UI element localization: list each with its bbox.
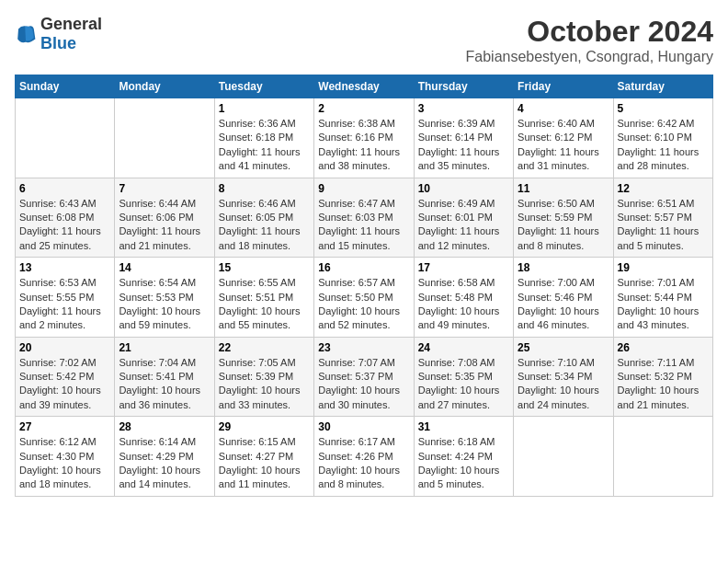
calendar-cell: 6Sunrise: 6:43 AMSunset: 6:08 PMDaylight… <box>16 178 115 258</box>
calendar-cell: 25Sunrise: 7:10 AMSunset: 5:34 PMDayligh… <box>514 337 613 417</box>
day-info: Sunrise: 7:01 AMSunset: 5:44 PMDaylight:… <box>618 276 709 333</box>
day-number: 4 <box>518 102 609 115</box>
calendar-cell <box>613 417 712 497</box>
day-number: 23 <box>318 341 409 354</box>
day-number: 7 <box>119 182 210 195</box>
day-number: 10 <box>418 182 509 195</box>
day-number: 3 <box>418 102 509 115</box>
day-info: Sunrise: 7:00 AMSunset: 5:46 PMDaylight:… <box>518 276 609 333</box>
logo-blue: Blue <box>40 34 76 52</box>
day-info: Sunrise: 6:49 AMSunset: 6:01 PMDaylight:… <box>418 197 509 254</box>
calendar-cell: 21Sunrise: 7:04 AMSunset: 5:41 PMDayligh… <box>115 337 214 417</box>
day-number: 17 <box>418 261 509 274</box>
day-info: Sunrise: 6:17 AMSunset: 4:26 PMDaylight:… <box>318 435 409 492</box>
calendar-cell: 12Sunrise: 6:51 AMSunset: 5:57 PMDayligh… <box>613 178 712 258</box>
day-info: Sunrise: 6:14 AMSunset: 4:29 PMDaylight:… <box>119 435 210 492</box>
day-info: Sunrise: 6:12 AMSunset: 4:30 PMDaylight:… <box>19 435 110 492</box>
calendar-cell: 26Sunrise: 7:11 AMSunset: 5:32 PMDayligh… <box>613 337 712 417</box>
calendar-cell <box>115 98 214 178</box>
day-info: Sunrise: 7:02 AMSunset: 5:42 PMDaylight:… <box>19 356 110 413</box>
calendar-cell: 7Sunrise: 6:44 AMSunset: 6:06 PMDaylight… <box>115 178 214 258</box>
calendar-cell: 9Sunrise: 6:47 AMSunset: 6:03 PMDaylight… <box>314 178 414 258</box>
weekday-header-sunday: Sunday <box>16 75 115 98</box>
day-info: Sunrise: 6:47 AMSunset: 6:03 PMDaylight:… <box>318 197 409 254</box>
location-title: Fabiansebestyen, Csongrad, Hungary <box>466 49 714 65</box>
day-number: 12 <box>618 182 709 195</box>
calendar-table: SundayMondayTuesdayWednesdayThursdayFrid… <box>15 75 713 497</box>
calendar-cell: 17Sunrise: 6:58 AMSunset: 5:48 PMDayligh… <box>414 258 513 338</box>
day-info: Sunrise: 6:15 AMSunset: 4:27 PMDaylight:… <box>219 435 310 492</box>
calendar-cell: 16Sunrise: 6:57 AMSunset: 5:50 PMDayligh… <box>314 258 414 338</box>
day-number: 2 <box>318 102 409 115</box>
calendar-week-5: 27Sunrise: 6:12 AMSunset: 4:30 PMDayligh… <box>16 417 713 497</box>
day-number: 30 <box>318 420 409 433</box>
calendar-cell: 28Sunrise: 6:14 AMSunset: 4:29 PMDayligh… <box>115 417 214 497</box>
day-info: Sunrise: 6:36 AMSunset: 6:18 PMDaylight:… <box>219 117 310 174</box>
day-number: 8 <box>219 182 310 195</box>
logo-text: General Blue <box>40 15 102 53</box>
day-number: 5 <box>618 102 709 115</box>
day-info: Sunrise: 7:07 AMSunset: 5:37 PMDaylight:… <box>318 356 409 413</box>
day-info: Sunrise: 7:11 AMSunset: 5:32 PMDaylight:… <box>618 356 709 413</box>
calendar-week-4: 20Sunrise: 7:02 AMSunset: 5:42 PMDayligh… <box>16 337 713 417</box>
day-info: Sunrise: 6:42 AMSunset: 6:10 PMDaylight:… <box>618 117 709 174</box>
day-number: 27 <box>19 420 110 433</box>
calendar-cell: 1Sunrise: 6:36 AMSunset: 6:18 PMDaylight… <box>214 98 313 178</box>
day-number: 31 <box>418 420 509 433</box>
calendar-cell: 18Sunrise: 7:00 AMSunset: 5:46 PMDayligh… <box>514 258 613 338</box>
calendar-cell: 2Sunrise: 6:38 AMSunset: 6:16 PMDaylight… <box>314 98 414 178</box>
calendar-cell: 19Sunrise: 7:01 AMSunset: 5:44 PMDayligh… <box>613 258 712 338</box>
day-info: Sunrise: 6:46 AMSunset: 6:05 PMDaylight:… <box>219 197 310 254</box>
calendar-cell: 30Sunrise: 6:17 AMSunset: 4:26 PMDayligh… <box>314 417 414 497</box>
day-info: Sunrise: 6:44 AMSunset: 6:06 PMDaylight:… <box>119 197 210 254</box>
day-number: 14 <box>119 261 210 274</box>
weekday-header-thursday: Thursday <box>414 75 513 98</box>
calendar-week-3: 13Sunrise: 6:53 AMSunset: 5:55 PMDayligh… <box>16 258 713 338</box>
logo: General Blue <box>15 15 102 53</box>
day-info: Sunrise: 6:43 AMSunset: 6:08 PMDaylight:… <box>19 197 110 254</box>
calendar-cell: 20Sunrise: 7:02 AMSunset: 5:42 PMDayligh… <box>16 337 115 417</box>
calendar-cell: 29Sunrise: 6:15 AMSunset: 4:27 PMDayligh… <box>214 417 313 497</box>
logo-general: General <box>40 15 102 33</box>
day-info: Sunrise: 6:54 AMSunset: 5:53 PMDaylight:… <box>119 276 210 333</box>
calendar-cell: 11Sunrise: 6:50 AMSunset: 5:59 PMDayligh… <box>514 178 613 258</box>
calendar-cell: 10Sunrise: 6:49 AMSunset: 6:01 PMDayligh… <box>414 178 513 258</box>
day-number: 6 <box>19 182 110 195</box>
calendar-cell: 14Sunrise: 6:54 AMSunset: 5:53 PMDayligh… <box>115 258 214 338</box>
weekday-header-tuesday: Tuesday <box>214 75 313 98</box>
day-info: Sunrise: 7:04 AMSunset: 5:41 PMDaylight:… <box>119 356 210 413</box>
day-info: Sunrise: 6:39 AMSunset: 6:14 PMDaylight:… <box>418 117 509 174</box>
calendar-cell: 13Sunrise: 6:53 AMSunset: 5:55 PMDayligh… <box>16 258 115 338</box>
logo-icon <box>15 23 37 45</box>
day-number: 11 <box>518 182 609 195</box>
calendar-week-1: 1Sunrise: 6:36 AMSunset: 6:18 PMDaylight… <box>16 98 713 178</box>
day-number: 28 <box>119 420 210 433</box>
weekday-header-friday: Friday <box>514 75 613 98</box>
calendar-cell <box>16 98 115 178</box>
day-info: Sunrise: 6:50 AMSunset: 5:59 PMDaylight:… <box>518 197 609 254</box>
calendar-cell: 8Sunrise: 6:46 AMSunset: 6:05 PMDaylight… <box>214 178 313 258</box>
calendar-cell: 22Sunrise: 7:05 AMSunset: 5:39 PMDayligh… <box>214 337 313 417</box>
calendar-cell: 24Sunrise: 7:08 AMSunset: 5:35 PMDayligh… <box>414 337 513 417</box>
day-info: Sunrise: 6:53 AMSunset: 5:55 PMDaylight:… <box>19 276 110 333</box>
day-number: 21 <box>119 341 210 354</box>
weekday-header-saturday: Saturday <box>613 75 712 98</box>
page-header: General Blue October 2024 Fabiansebestye… <box>15 15 713 65</box>
day-number: 13 <box>19 261 110 274</box>
month-title: October 2024 <box>466 15 714 49</box>
calendar-cell: 4Sunrise: 6:40 AMSunset: 6:12 PMDaylight… <box>514 98 613 178</box>
day-info: Sunrise: 7:10 AMSunset: 5:34 PMDaylight:… <box>518 356 609 413</box>
day-info: Sunrise: 6:38 AMSunset: 6:16 PMDaylight:… <box>318 117 409 174</box>
weekday-header-wednesday: Wednesday <box>314 75 414 98</box>
title-block: October 2024 Fabiansebestyen, Csongrad, … <box>466 15 714 65</box>
day-number: 15 <box>219 261 310 274</box>
day-info: Sunrise: 6:40 AMSunset: 6:12 PMDaylight:… <box>518 117 609 174</box>
day-info: Sunrise: 6:51 AMSunset: 5:57 PMDaylight:… <box>618 197 709 254</box>
calendar-week-2: 6Sunrise: 6:43 AMSunset: 6:08 PMDaylight… <box>16 178 713 258</box>
day-info: Sunrise: 6:58 AMSunset: 5:48 PMDaylight:… <box>418 276 509 333</box>
day-info: Sunrise: 7:05 AMSunset: 5:39 PMDaylight:… <box>219 356 310 413</box>
day-number: 29 <box>219 420 310 433</box>
day-info: Sunrise: 7:08 AMSunset: 5:35 PMDaylight:… <box>418 356 509 413</box>
calendar-cell: 23Sunrise: 7:07 AMSunset: 5:37 PMDayligh… <box>314 337 414 417</box>
calendar-cell: 3Sunrise: 6:39 AMSunset: 6:14 PMDaylight… <box>414 98 513 178</box>
